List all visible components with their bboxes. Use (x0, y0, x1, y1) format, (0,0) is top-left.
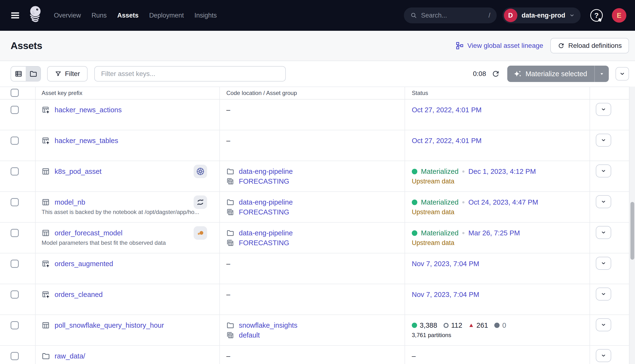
partition-count-filled-green: 3,388 (412, 322, 437, 330)
row-expand-button[interactable] (596, 288, 611, 300)
asset-link[interactable]: orders_cleaned (55, 291, 103, 298)
row-expand-button[interactable] (596, 103, 611, 116)
partitions-caption: 3,761 partitions (412, 332, 451, 338)
asset-link[interactable]: model_nb (55, 198, 85, 206)
asset-description: This asset is backed by the notebook at … (42, 208, 199, 216)
row-checkbox[interactable] (11, 198, 19, 206)
row-expand-button[interactable] (596, 257, 611, 270)
table-sparkle-icon (42, 136, 50, 145)
row-checkbox[interactable] (11, 167, 19, 176)
nav-item-runs[interactable]: Runs (92, 12, 107, 19)
asset-group-icon (226, 239, 234, 247)
materialized-status-dot (412, 230, 417, 236)
workspace-switcher[interactable]: D data-eng-prod (502, 8, 581, 23)
partition-count-value: 261 (476, 322, 488, 330)
row-expand-button[interactable] (596, 195, 611, 208)
table-row: poll_snowflake_query_history_hoursnowfla… (0, 315, 629, 346)
asset-group-link[interactable]: FORECASTING (239, 208, 289, 216)
scrollbar-thumb[interactable] (630, 202, 634, 260)
code-location-link[interactable]: data-eng-pipeline (239, 229, 293, 237)
asset-link[interactable]: poll_snowflake_query_history_hour (55, 322, 164, 330)
nav-item-assets[interactable]: Assets (117, 12, 139, 19)
asset-group-link[interactable]: FORECASTING (239, 239, 289, 247)
row-checkbox[interactable] (11, 106, 19, 114)
row-checkbox[interactable] (11, 229, 19, 237)
materialization-date-link[interactable]: Nov 7, 2023, 7:04 PM (412, 291, 479, 298)
materialize-options-caret[interactable] (594, 66, 609, 82)
separator-dot (462, 170, 464, 172)
upstream-data-note: Upstream data (412, 178, 454, 185)
empty-value: – (226, 291, 230, 298)
asset-link[interactable]: order_forecast_model (55, 229, 123, 237)
asset-group-icon (226, 208, 234, 216)
asset-link[interactable]: k8s_pod_asset (55, 168, 102, 176)
asset-group-link[interactable]: default (239, 331, 260, 339)
separator-dot (462, 201, 464, 204)
search-input[interactable]: Search... / (404, 8, 497, 23)
row-checkbox[interactable] (11, 321, 19, 330)
table-sparkle-icon (42, 260, 50, 268)
assets-toolbar: Filter 0:08 Materialize selected (0, 61, 635, 86)
view-global-asset-lineage-link[interactable]: View global asset lineage (456, 42, 543, 50)
row-expand-button[interactable] (596, 164, 611, 178)
asset-group-link[interactable]: FORECASTING (239, 178, 289, 185)
asset-link[interactable]: raw_data/ (55, 352, 85, 360)
chevron-down-icon (569, 12, 575, 18)
asset-link[interactable]: hacker_news_actions (55, 106, 122, 114)
nav-item-overview[interactable]: Overview (54, 12, 81, 19)
table-icon (42, 229, 50, 237)
workspace-initial-badge: D (504, 9, 517, 22)
materialization-date-link[interactable]: Mar 26, 7:25 PM (468, 229, 520, 237)
table-icon (42, 198, 50, 206)
asset-link[interactable]: hacker_news_tables (55, 137, 118, 145)
flat-view-toggle[interactable] (11, 66, 26, 81)
materialization-date-link[interactable]: Oct 24, 2023, 4:47 PM (468, 198, 538, 206)
row-expand-button[interactable] (596, 226, 611, 239)
code-location-link[interactable]: data-eng-pipeline (239, 168, 293, 176)
menu-icon[interactable] (10, 10, 21, 21)
dagster-logo[interactable] (27, 4, 44, 26)
asset-link[interactable]: orders_augmented (55, 260, 113, 268)
materialized-status-label: Materialized (421, 198, 458, 206)
table-icon (42, 167, 50, 176)
toolbar-more-button[interactable] (615, 67, 629, 80)
table-sparkle-icon (42, 290, 50, 298)
code-location-link[interactable]: snowflake_insights (239, 322, 297, 330)
table-header-row: Asset key prefix Code location / Asset g… (0, 87, 629, 100)
materialization-date-link[interactable]: Oct 27, 2022, 4:01 PM (412, 106, 481, 114)
sparkles-icon (513, 70, 522, 78)
row-checkbox[interactable] (11, 290, 19, 298)
column-header-asset-key: Asset key prefix (42, 90, 82, 96)
row-checkbox[interactable] (11, 260, 19, 268)
vertical-scrollbar[interactable] (629, 86, 635, 364)
row-expand-button[interactable] (596, 318, 611, 331)
folder-icon (226, 229, 234, 237)
partition-failed-triangle-icon (468, 323, 474, 328)
table-row: raw_data/–– (0, 346, 629, 364)
row-checkbox[interactable] (11, 352, 19, 360)
filter-asset-keys-input[interactable] (94, 66, 286, 82)
row-expand-button[interactable] (596, 134, 611, 147)
top-navigation-bar: OverviewRunsAssetsDeploymentInsights Sea… (0, 0, 635, 31)
nav-item-insights[interactable]: Insights (194, 12, 217, 19)
separator-dot (462, 232, 464, 234)
materialization-date-link[interactable]: Oct 27, 2022, 4:01 PM (412, 137, 481, 145)
help-icon[interactable]: ? (590, 9, 603, 22)
directory-view-toggle[interactable] (26, 66, 41, 81)
nav-links: OverviewRunsAssetsDeploymentInsights (54, 12, 217, 19)
row-checkbox[interactable] (11, 136, 19, 145)
code-location-link[interactable]: data-eng-pipeline (239, 198, 293, 206)
empty-value: – (226, 260, 230, 268)
nav-item-deployment[interactable]: Deployment (149, 12, 184, 19)
table-row: model_nbThis asset is backed by the note… (0, 192, 629, 223)
materialize-selected-button[interactable]: Materialize selected (507, 66, 609, 82)
materialization-date-link[interactable]: Dec 1, 2023, 4:12 PM (468, 168, 536, 176)
user-avatar[interactable]: E (612, 8, 626, 22)
reload-definitions-button[interactable]: Reload definitions (550, 38, 629, 53)
materialization-date-link[interactable]: Nov 7, 2023, 7:04 PM (412, 260, 479, 268)
refresh-icon[interactable] (491, 70, 500, 78)
select-all-checkbox[interactable] (11, 89, 19, 97)
row-expand-button[interactable] (596, 349, 611, 362)
filter-button[interactable]: Filter (47, 66, 88, 82)
page-header: Assets View global asset lineage Reload … (0, 31, 635, 61)
